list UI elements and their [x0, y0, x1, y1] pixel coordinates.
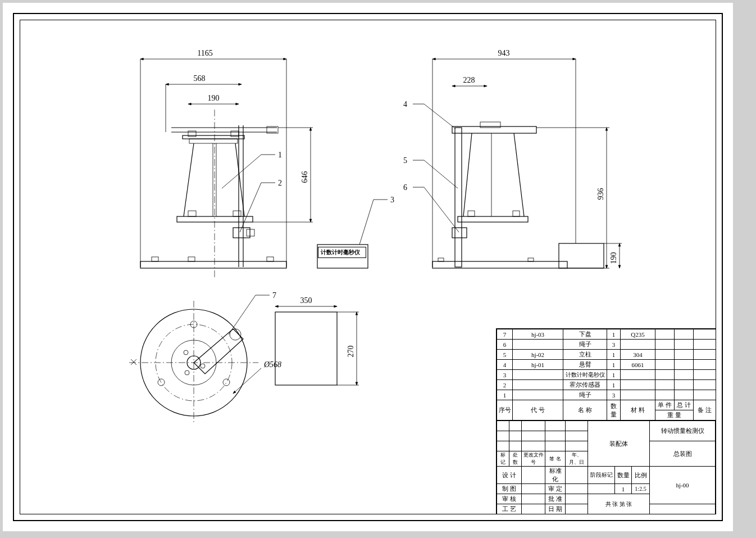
svg-rect-19	[177, 216, 253, 222]
svg-point-81	[184, 350, 188, 355]
svg-rect-14	[189, 139, 238, 143]
svg-rect-55	[559, 243, 604, 268]
svg-text:1: 1	[278, 151, 282, 159]
svg-line-95	[229, 295, 256, 334]
side-view: 943 228 936 190	[432, 49, 622, 268]
dim-side-inner: 228	[463, 76, 475, 84]
svg-text:2: 2	[278, 179, 282, 187]
svg-rect-3	[267, 257, 274, 261]
dim-front-mid: 568	[194, 74, 206, 83]
balloon-7: 7	[229, 291, 276, 334]
bom-row: 6绳子3	[497, 340, 716, 350]
bom-row: 7hj-03下盘1Q235	[497, 329, 716, 340]
svg-rect-48	[452, 228, 467, 238]
svg-point-83	[185, 370, 189, 375]
svg-text:5: 5	[403, 156, 407, 165]
svg-rect-44	[528, 258, 534, 261]
svg-rect-2	[188, 257, 195, 261]
bom-row: 3计数计时毫秒仪1	[497, 370, 716, 380]
svg-text:4: 4	[403, 100, 407, 108]
dim-dia: Ø568	[263, 360, 281, 369]
front-view: 1165 568 190 646	[140, 49, 313, 278]
svg-point-80	[223, 379, 230, 386]
assembly-title: 装配体	[588, 421, 650, 467]
svg-rect-1	[152, 257, 158, 261]
timer-label: 计数计时毫秒仪	[318, 247, 366, 258]
dim-front-inner: 190	[208, 94, 220, 102]
svg-line-71	[424, 187, 459, 232]
dim-front-overall: 1165	[197, 49, 212, 57]
svg-rect-52	[458, 216, 528, 222]
balloon-3: 3	[359, 196, 394, 245]
svg-line-65	[424, 104, 456, 129]
svg-rect-45	[455, 128, 462, 267]
title-block: 装配体 转动惯量检测仪 总装图 标记 处数 更改文件号 签 名 年、月、日 设 …	[497, 421, 716, 514]
balloon-6: 6	[403, 183, 459, 232]
bom-and-title-block: 7hj-03下盘1Q235 6绳子3 5hj-02立柱1304 4hj-01悬臂…	[496, 328, 716, 514]
dim-box-h: 270	[347, 346, 355, 358]
balloon-2: 2	[240, 179, 282, 232]
bom-row: 4hj-01悬臂16061	[497, 360, 716, 370]
svg-point-82	[201, 364, 205, 368]
svg-rect-42	[432, 261, 567, 268]
svg-rect-7	[247, 229, 254, 236]
bom-row: 5hj-02立柱1304	[497, 350, 716, 360]
svg-rect-0	[140, 261, 286, 268]
top-view: Ø568 350 270	[129, 296, 359, 424]
svg-text:3: 3	[390, 196, 394, 204]
drawing-canvas: 1165 568 190 646 1	[20, 20, 716, 514]
svg-line-39	[359, 200, 374, 245]
bom-header: 序号 代 号 名 称 数量 材 料 单 件 总 计 备 注	[497, 400, 716, 410]
bom-row: 2霍尔传感器1	[497, 380, 716, 390]
svg-rect-90	[275, 312, 337, 385]
svg-text:6: 6	[403, 183, 407, 192]
svg-line-50	[514, 133, 524, 216]
dim-side-overall: 943	[498, 49, 510, 57]
svg-line-89	[233, 368, 261, 394]
svg-rect-54	[513, 211, 520, 216]
svg-rect-11	[183, 135, 244, 139]
svg-rect-53	[468, 211, 475, 216]
svg-rect-43	[438, 258, 444, 261]
drawing-number: hj-00	[650, 467, 716, 504]
dim-side-base: 190	[609, 252, 618, 264]
bom-table: 7hj-03下盘1Q235 6绳子3 5hj-02立柱1304 4hj-01悬臂…	[497, 329, 716, 421]
balloon-4: 4	[403, 100, 456, 129]
svg-line-32	[222, 155, 261, 188]
svg-line-68	[424, 160, 458, 188]
product-name: 转动惯量检测仪	[650, 421, 716, 441]
dim-box-w: 350	[300, 296, 312, 305]
dim-side-height: 936	[596, 188, 605, 200]
svg-text:7: 7	[272, 291, 276, 300]
svg-line-49	[463, 133, 472, 216]
svg-rect-20	[188, 211, 196, 216]
balloon-5: 5	[403, 156, 458, 188]
svg-line-15	[184, 143, 194, 216]
dim-front-height: 646	[300, 171, 309, 183]
drawing-sheet: 1165 568 190 646 1	[3, 3, 733, 531]
bom-row: 1绳子3	[497, 390, 716, 400]
drawing-title: 总装图	[650, 441, 716, 467]
svg-rect-21	[233, 211, 241, 216]
